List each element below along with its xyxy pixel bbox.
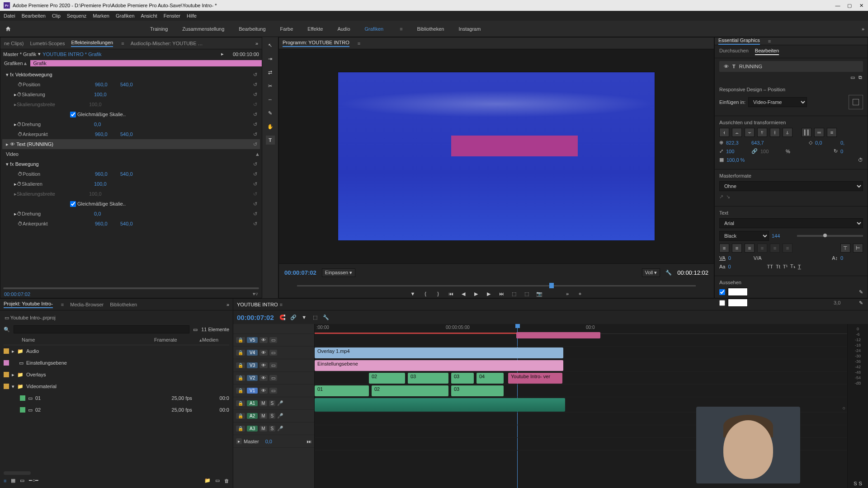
timeline-timecode[interactable]: 00:00:07:02 [237, 314, 274, 321]
text-align-center-icon[interactable]: ≡ [732, 244, 742, 253]
col-medien[interactable]: Medien [202, 337, 229, 343]
clip-v1-02[interactable]: 02 [372, 385, 448, 396]
extract-icon[interactable]: ⬚ [523, 290, 531, 298]
type-tool-icon[interactable]: T [266, 136, 275, 145]
menu-datei[interactable]: Datei [4, 13, 15, 19]
menu-grafiken[interactable]: Grafiken [116, 13, 135, 19]
workspace-grafiken[interactable]: Grafiken [365, 26, 384, 32]
snap-icon[interactable]: 🧲 [278, 313, 287, 321]
position-y[interactable]: 540,0 [120, 82, 146, 87]
menu-ansicht[interactable]: Ansicht [141, 13, 157, 19]
funnel-icon[interactable]: ▾▿ [253, 291, 258, 297]
program-scrub-bar[interactable] [279, 282, 714, 290]
minimize-button[interactable]: — [835, 3, 841, 9]
go-end-icon[interactable]: ⏭ [307, 439, 311, 444]
ec-tri-icon[interactable]: ▲ [23, 61, 28, 66]
grafik-clip-bar[interactable]: Grafik [30, 60, 262, 66]
workspace-farbe[interactable]: Farbe [280, 26, 293, 32]
fx-icon[interactable]: fx [10, 161, 14, 167]
go-to-in-icon[interactable]: ⏮ [447, 290, 455, 298]
ec-group-bewegung[interactable]: Bewegung [15, 161, 39, 167]
menu-bearbeiten[interactable]: Bearbeiten [22, 13, 46, 19]
bin-item-videomaterial[interactable]: ▾📁Videomaterial [4, 380, 229, 392]
linked-selection-icon[interactable]: 🔗 [289, 313, 297, 321]
pen-tool-icon[interactable]: ✎ [266, 108, 275, 117]
marker-add-icon[interactable]: ▼ [300, 313, 308, 321]
align-left-icon[interactable]: ⫞ [719, 128, 729, 137]
align-center-h-icon[interactable]: ⫠ [732, 128, 742, 137]
go-to-out-icon[interactable]: ⏭ [497, 290, 505, 298]
hand-tool-icon[interactable]: ✋ [266, 122, 275, 131]
ec-text-layer[interactable]: Text (RUNNING) [16, 141, 53, 147]
clip-v5-graphic[interactable] [516, 332, 600, 338]
toggle-output-icon[interactable]: 👁 [259, 337, 268, 343]
track-a2[interactable]: A2 [247, 413, 258, 419]
reset-icon[interactable]: ↺ [253, 72, 257, 78]
uniform-scale2-checkbox[interactable] [70, 201, 76, 207]
distribute-v-icon[interactable]: ═ [814, 128, 824, 137]
eg-layer-running[interactable]: 👁 T RUNNING [719, 61, 863, 72]
playhead-handle-icon[interactable] [515, 324, 520, 328]
clip-audio-a1[interactable] [315, 398, 565, 412]
text-align-left-icon[interactable]: ≡ [719, 244, 729, 253]
clip-v1-03[interactable]: 03 [451, 385, 504, 396]
slip-tool-icon[interactable]: ↔ [266, 95, 275, 104]
position2-y[interactable]: 540,0 [120, 171, 146, 177]
workspace-grafiken-menu-icon[interactable]: ≡ [400, 26, 402, 32]
leading-value[interactable]: 0 [840, 255, 863, 261]
workspace-zusammenstellung[interactable]: Zusammenstellung [182, 26, 224, 32]
razor-tool-icon[interactable]: ✂ [266, 81, 275, 90]
zoom-slider[interactable]: ━○━ [29, 478, 38, 483]
tab-bibliotheken[interactable]: Bibliotheken [110, 302, 137, 307]
fx-icon[interactable]: fx [10, 72, 14, 77]
program-view[interactable] [279, 49, 714, 263]
tab-effekteinstellungen[interactable]: Effekteinstellungen [71, 40, 113, 47]
project-search-input[interactable] [14, 325, 189, 333]
program-playhead-icon[interactable] [549, 283, 554, 288]
workspace-instagram[interactable]: Instagram [458, 26, 481, 32]
eg-tab-durchsuchen[interactable]: Durchsuchen [719, 48, 749, 55]
ec-group-grafiken[interactable]: Grafiken [0, 61, 23, 66]
solo-left-icon[interactable]: S [854, 481, 857, 486]
tab-media-browser[interactable]: Media-Browser [70, 302, 104, 307]
eg-opacity[interactable]: 100,0 % [726, 157, 754, 163]
master-style-select[interactable]: Ohne [719, 181, 863, 191]
eyedropper-icon[interactable]: ✎ [859, 289, 863, 295]
reset-icon[interactable]: ↺ [253, 141, 257, 147]
fill-checkbox[interactable] [719, 289, 725, 295]
skalierung-value[interactable]: 100,0 [94, 92, 119, 97]
text-align-right-icon[interactable]: ≡ [745, 244, 755, 253]
anker-y[interactable]: 540,0 [120, 131, 146, 137]
clip-v2-03[interactable]: 03 [408, 373, 448, 384]
program-title[interactable]: Programm: YOUTUBE INTRO [283, 40, 349, 47]
clip-v2-02[interactable]: 02 [369, 373, 405, 384]
eye-icon[interactable]: 👁 [724, 64, 729, 69]
underline-icon[interactable]: T [798, 264, 801, 269]
stopwatch-icon[interactable]: ⏱ [858, 157, 863, 163]
distribute-h-icon[interactable]: ┃┃ [802, 128, 811, 137]
timeline-scroll-mark[interactable]: ○ [842, 405, 845, 411]
tab-project[interactable]: Projekt: Youtube Intro- [4, 301, 53, 308]
new-layer-icon[interactable]: ▭ [850, 75, 855, 80]
eg-anchor-x[interactable]: 0,0 [815, 140, 838, 145]
effect-seq-label[interactable]: YOUTUBE INTRO * Grafik [42, 52, 101, 57]
position2-x[interactable]: 960,0 [95, 171, 120, 177]
reset-icon[interactable]: ↺ [253, 112, 257, 117]
program-menu-icon[interactable]: ≡ [358, 41, 360, 46]
align-right-icon[interactable]: ⫟ [745, 128, 755, 137]
workspace-bibliotheken[interactable]: Bibliotheken [417, 26, 444, 32]
eye-icon[interactable]: 👁 [10, 141, 15, 147]
reset-icon[interactable]: ↺ [253, 102, 257, 108]
menu-marken[interactable]: Marken [93, 13, 109, 19]
stopwatch-icon[interactable]: ⏱ [17, 92, 22, 97]
reset-icon[interactable]: ↺ [253, 131, 257, 137]
track-v3[interactable]: V3 [247, 362, 258, 368]
program-fit-select[interactable]: Einpassen ▾ [322, 268, 355, 277]
eg-pos-y[interactable]: 643,7 [751, 140, 774, 145]
clip-01[interactable]: ▭0125,00 fps00:0 [4, 392, 229, 404]
solo-right-icon[interactable]: S [859, 481, 862, 486]
mark-in-icon[interactable]: { [421, 290, 429, 298]
stopwatch-icon[interactable]: ⏱ [18, 131, 23, 137]
source-overflow-icon[interactable]: » [255, 41, 258, 46]
voice-over-icon[interactable]: 🎤 [277, 400, 283, 406]
